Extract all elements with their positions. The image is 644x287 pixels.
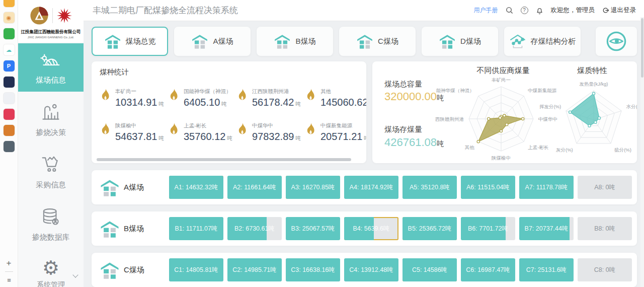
- sidebar-item-settings[interactable]: ⚙ 系统管理: [18, 258, 84, 287]
- yard-cell-B4[interactable]: B4: 5639.6吨: [344, 217, 398, 240]
- tab-eye-view[interactable]: [596, 27, 637, 56]
- radar-axis-label: 能神华煤（神混）: [436, 88, 474, 93]
- coal-stat-item: 其他 145060.62吨: [305, 88, 366, 108]
- yard-cell-B1[interactable]: B1: 11711.07吨: [169, 217, 223, 240]
- page-scrollbar-thumb[interactable]: [641, 18, 643, 78]
- yard-cell-A2[interactable]: A2: 11661.64吨: [227, 176, 282, 199]
- coal-stat-item: 中煤新集能源 20571.21吨: [305, 122, 366, 142]
- yard-cell-A4[interactable]: A4: 18174.92吨: [344, 176, 398, 199]
- yard-cell-A5[interactable]: A5: 35120.8吨: [403, 176, 457, 199]
- yard-cell-C1[interactable]: C1: 14805.81吨: [169, 258, 223, 281]
- sidebar-item-3[interactable]: 采购信息: [18, 148, 84, 196]
- sidebar-item-4[interactable]: 掺烧数据库: [18, 200, 84, 249]
- yard-cell-B6[interactable]: B6: 7701.72吨: [461, 217, 515, 240]
- coal-stat-value: 20571.21吨: [320, 131, 366, 142]
- app-doc-icon[interactable]: [4, 93, 15, 104]
- eye-icon: [606, 31, 627, 52]
- cell-label: A1: 14632.32吨: [175, 183, 218, 192]
- yard-cell-C8[interactable]: C8: 0吨: [578, 258, 632, 281]
- yard-cell-C5[interactable]: C5: 14586吨: [403, 258, 457, 281]
- yard-cell-B2[interactable]: B2: 6730.61吨: [227, 217, 282, 240]
- coal-stat-item: 丰矿尚一 10314.91吨: [100, 88, 168, 108]
- sidebar-item-2[interactable]: 掺烧决策: [18, 96, 84, 144]
- warehouse-icon: [356, 34, 373, 49]
- yard-cell-C7[interactable]: C7: 25131.6吨: [519, 258, 574, 281]
- app-game-orange-icon[interactable]: [4, 125, 15, 136]
- tab-B煤场[interactable]: B煤场: [257, 27, 333, 56]
- warehouse-icon: [100, 220, 120, 238]
- stats-horizontal-scrollbar[interactable]: [97, 158, 351, 161]
- tab-label: B煤场: [295, 37, 315, 46]
- tab-C煤场[interactable]: C煤场: [339, 27, 416, 56]
- radar-axis-label: 挥发分(%): [539, 104, 561, 109]
- help-icon[interactable]: ?: [521, 7, 528, 14]
- coal-yard-icon: [40, 50, 62, 71]
- yard-cell-C6[interactable]: C6: 16987.47吨: [461, 258, 515, 281]
- tab-label: 煤场总览: [126, 37, 156, 46]
- supplier-panel: 煤场总容量 320000.00吨 煤场存煤量 426761.08吨 不同供应商煤…: [372, 61, 637, 163]
- app-game-dark-icon[interactable]: [4, 141, 15, 152]
- yard-cell-A8[interactable]: A8: 0吨: [578, 176, 632, 199]
- tab-煤场总览[interactable]: 煤场总览: [92, 27, 168, 56]
- logout-icon: [602, 7, 609, 14]
- tab-bar: 煤场总览 A煤场 B煤场 C煤场 D煤场 存煤结构分析: [84, 21, 644, 60]
- tab-存煤结构分析[interactable]: 存煤结构分析: [504, 27, 581, 56]
- app-green-icon[interactable]: [4, 28, 15, 39]
- yard-cell-C2[interactable]: C2: 14985.71吨: [227, 258, 282, 281]
- sidebar-item-1[interactable]: 煤场信息: [18, 43, 84, 92]
- tab-D煤场[interactable]: D煤场: [422, 27, 498, 56]
- app-red-icon[interactable]: [4, 109, 15, 120]
- search-icon[interactable]: [506, 7, 513, 14]
- sidebar-item-label: 煤场信息: [36, 76, 66, 85]
- tab-A煤场[interactable]: A煤场: [174, 27, 251, 56]
- logo-divider: [52, 8, 53, 23]
- yard-cell-B7[interactable]: B7: 20737.44吨: [519, 217, 574, 240]
- coal-stat-value: 54637.81吨: [115, 131, 164, 142]
- yard-cell-B8[interactable]: B8: 0吨: [578, 217, 632, 240]
- cell-label: A3: 16270.85吨: [291, 183, 335, 192]
- settings-expand-chevron-icon[interactable]: [72, 272, 78, 277]
- coal-stat-value: 10314.91吨: [115, 97, 164, 108]
- coal-stat-item: 国能神华煤（神混） 6405.10吨: [168, 88, 236, 108]
- app-blue-p-icon[interactable]: P: [4, 60, 15, 71]
- radar-axis-label: 陕煤榆中: [492, 155, 511, 161]
- yard-cell-B3[interactable]: B3: 25067.57吨: [286, 217, 340, 240]
- cell-label: A4: 18174.92吨: [350, 183, 393, 192]
- tab-label: 存煤结构分析: [531, 37, 576, 46]
- yard-cell-C3[interactable]: C3: 16638.16吨: [286, 258, 340, 281]
- capacity-value: 320000.00吨: [384, 90, 444, 103]
- main-area: 丰城二期电厂配煤掺烧全流程决策系统 用户手册 ? 欢迎您，管理员 退出登录 煤场…: [84, 0, 644, 287]
- cell-label: A6: 11515.04吨: [466, 183, 510, 192]
- radar-axis-label: 其他: [465, 145, 475, 150]
- yard-cell-B5[interactable]: B5: 25365.72吨: [403, 217, 457, 240]
- cell-label: B2: 6730.61吨: [234, 225, 275, 233]
- cell-label: C1: 14805.81吨: [174, 266, 218, 274]
- app-cloud-icon[interactable]: ☁: [4, 44, 15, 55]
- coal-stat-name: 陕煤榆中: [115, 122, 164, 129]
- app-navy-icon[interactable]: [4, 77, 15, 88]
- stock-value: 426761.08吨: [384, 136, 444, 149]
- user-manual-link[interactable]: 用户手册: [474, 6, 498, 15]
- coal-stat-item: 上孟-彬长 35760.12吨: [168, 122, 236, 142]
- cell-label: C6: 16987.47吨: [466, 266, 510, 274]
- yard-cell-C4[interactable]: C4: 13912.48吨: [344, 258, 398, 281]
- page-scrollbar[interactable]: [640, 17, 644, 287]
- tab-label: A煤场: [213, 37, 233, 46]
- settings-label: 系统管理: [37, 280, 65, 287]
- dock-menu-icon[interactable]: ≡: [7, 276, 11, 284]
- tab-label: D煤场: [460, 37, 481, 46]
- cell-label: C7: 25131.6吨: [526, 266, 567, 274]
- warehouse-icon: [274, 34, 291, 49]
- yard-cell-A1[interactable]: A1: 14632.32吨: [169, 176, 223, 199]
- notification-bell-icon[interactable]: [536, 7, 543, 15]
- dock-add-icon[interactable]: +: [7, 260, 12, 267]
- yard-cell-A3[interactable]: A3: 16270.85吨: [286, 176, 340, 199]
- cell-label: B3: 25067.57吨: [291, 225, 335, 233]
- coal-stat-name: 国能神华煤（神混）: [184, 88, 231, 95]
- yard-cell-A6[interactable]: A6: 11515.04吨: [461, 176, 515, 199]
- cell-label: A7: 11178.78吨: [525, 183, 568, 192]
- app-weibo-icon[interactable]: ◉: [4, 12, 15, 23]
- yard-cell-A7[interactable]: A7: 11178.78吨: [519, 176, 574, 199]
- app-orange-top-icon[interactable]: [4, 0, 15, 7]
- logout-button[interactable]: 退出登录: [602, 6, 636, 15]
